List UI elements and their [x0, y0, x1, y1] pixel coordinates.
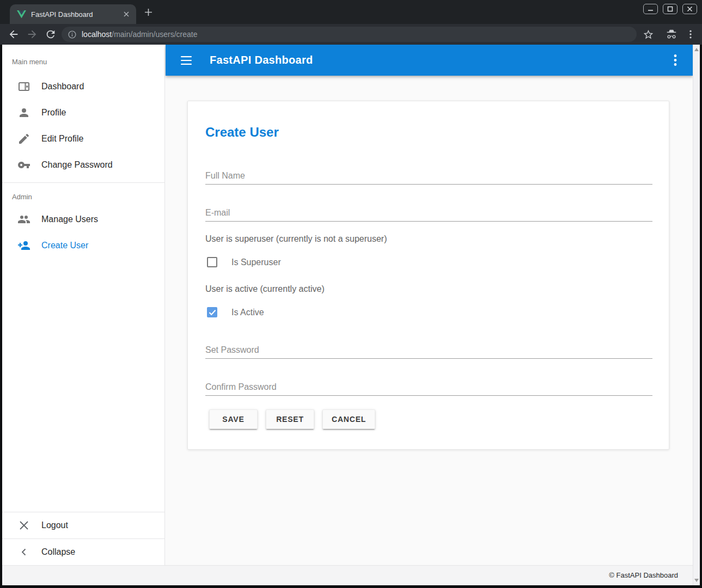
url-host: localhost	[82, 30, 112, 39]
full-name-field[interactable]	[205, 167, 652, 185]
sidebar-item-logout[interactable]: Logout	[2, 512, 164, 538]
sidebar-item-dashboard[interactable]: Dashboard	[2, 74, 164, 100]
sidebar-item-label: Dashboard	[41, 82, 84, 91]
incognito-icon	[666, 29, 677, 41]
sidebar-bottom: Logout Collapse	[2, 512, 164, 565]
url-bar[interactable]: localhost/main/admin/users/create	[62, 27, 637, 42]
sidebar-item-label: Collapse	[41, 547, 75, 557]
vue-logo-icon	[17, 10, 26, 19]
people-icon	[17, 213, 30, 226]
scrollbar[interactable]	[693, 45, 700, 585]
sidebar-item-label: Manage Users	[41, 215, 98, 224]
tab-title: FastAPI Dashboard	[31, 10, 122, 19]
minimize-button[interactable]	[643, 4, 658, 14]
browser-window: FastAPI Dashboard	[0, 0, 702, 588]
is-active-checkbox[interactable]	[207, 307, 217, 317]
is-active-checkbox-row[interactable]: Is Active	[207, 307, 264, 317]
window-controls	[643, 4, 697, 14]
is-superuser-checkbox[interactable]	[207, 257, 217, 267]
sidebar: Main menu Dashboard Profile E	[2, 45, 165, 565]
is-superuser-checkbox-row[interactable]: Is Superuser	[207, 257, 281, 267]
dashboard-icon	[17, 80, 30, 93]
sidebar-item-label: Change Password	[41, 160, 113, 170]
browser-titlebar: FastAPI Dashboard	[0, 0, 702, 24]
forward-icon[interactable]	[26, 28, 38, 40]
active-hint: User is active (currently active)	[205, 284, 325, 294]
key-icon	[17, 158, 30, 171]
browser-menu-icon[interactable]	[685, 29, 696, 40]
bookmark-star-icon[interactable]	[643, 29, 654, 40]
scrollbar-down-icon[interactable]	[694, 579, 699, 582]
sidebar-item-label: Create User	[41, 241, 88, 250]
reload-icon[interactable]	[45, 28, 57, 40]
sidebar-item-change-password[interactable]: Change Password	[2, 152, 164, 178]
new-tab-icon[interactable]	[143, 7, 154, 17]
is-superuser-label: Is Superuser	[231, 258, 281, 267]
footer: © FastAPI Dashboard	[2, 565, 693, 585]
save-button[interactable]: SAVE	[209, 409, 258, 429]
cancel-button[interactable]: CANCEL	[322, 409, 375, 429]
superuser-hint: User is superuser (currently is not a su…	[205, 234, 387, 244]
sidebar-item-profile[interactable]: Profile	[2, 100, 164, 126]
sidebar-item-edit-profile[interactable]: Edit Profile	[2, 126, 164, 152]
main-content: FastAPI Dashboard Create User User is su…	[166, 45, 693, 565]
scrollbar-up-icon[interactable]	[694, 48, 699, 51]
sidebar-item-collapse[interactable]: Collapse	[2, 539, 164, 565]
appbar-menu-icon[interactable]	[673, 54, 677, 66]
site-info-icon[interactable]	[68, 30, 77, 39]
sidebar-item-label: Profile	[41, 108, 66, 118]
sidebar-section-admin: Admin	[2, 183, 164, 206]
footer-copyright: © FastAPI Dashboard	[609, 571, 678, 579]
chevron-left-icon	[17, 546, 30, 559]
is-active-label: Is Active	[231, 308, 264, 317]
reset-button[interactable]: RESET	[266, 409, 314, 429]
checkmark-icon	[209, 309, 216, 316]
page: Main menu Dashboard Profile E	[2, 45, 700, 585]
maximize-button[interactable]	[663, 4, 677, 14]
back-icon[interactable]	[8, 28, 20, 40]
close-window-button[interactable]	[682, 4, 697, 14]
confirm-password-field[interactable]	[205, 378, 652, 396]
create-user-card: Create User User is superuser (currently…	[187, 101, 669, 450]
pencil-icon	[17, 132, 30, 145]
sidebar-item-create-user[interactable]: Create User	[2, 232, 164, 259]
close-icon	[17, 519, 30, 532]
sidebar-item-manage-users[interactable]: Manage Users	[2, 206, 164, 232]
hamburger-menu-icon[interactable]	[181, 56, 192, 65]
tab-close-icon[interactable]	[122, 10, 131, 19]
sidebar-item-label: Edit Profile	[41, 134, 83, 144]
person-icon	[17, 106, 30, 119]
sidebar-item-label: Logout	[41, 520, 68, 530]
person-add-icon	[17, 239, 30, 252]
page-title: Create User	[205, 125, 279, 140]
email-field[interactable]	[205, 204, 652, 222]
form-actions: SAVE RESET CANCEL	[209, 409, 375, 429]
url-path: /main/admin/users/create	[112, 30, 197, 39]
set-password-field[interactable]	[205, 341, 652, 359]
sidebar-section-main-menu: Main menu	[2, 45, 164, 74]
browser-toolbar: localhost/main/admin/users/create	[0, 24, 702, 45]
appbar-title: FastAPI Dashboard	[210, 54, 313, 66]
appbar: FastAPI Dashboard	[166, 45, 693, 76]
browser-tab[interactable]: FastAPI Dashboard	[10, 4, 136, 24]
